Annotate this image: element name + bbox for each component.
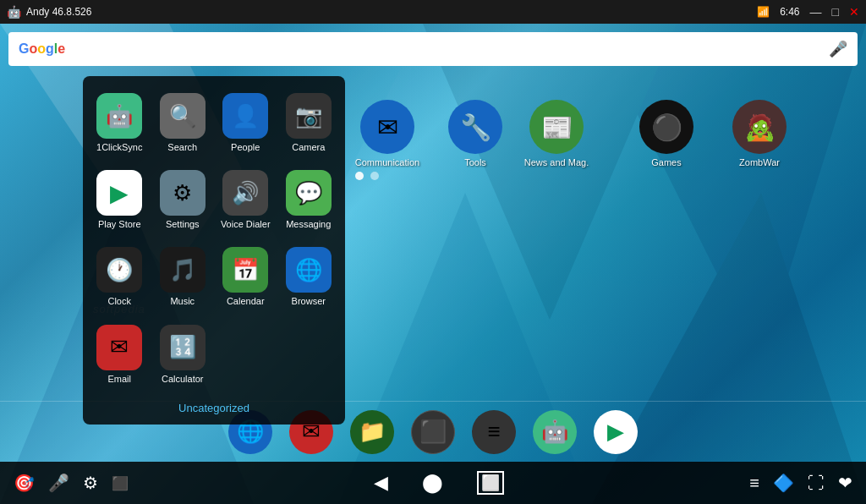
nav-left-controls: 🎯 🎤 ⚙ ⬛ bbox=[14, 473, 129, 493]
page-dot-1[interactable] bbox=[355, 172, 364, 180]
desktop-icon-zombwar[interactable]: 🧟 ZombWar bbox=[726, 100, 793, 167]
app-playstore[interactable]: ▶ Play Store bbox=[90, 163, 150, 237]
app-email[interactable]: ✉ Email bbox=[90, 318, 150, 392]
svg-marker-6 bbox=[423, 24, 677, 320]
zombwar-label: ZombWar bbox=[739, 157, 780, 167]
nav-recents-button[interactable]: ⬜ bbox=[477, 471, 504, 495]
newsstand-label: News and Mag. bbox=[524, 157, 589, 167]
app-drawer-folder: 🤖 1ClickSync 🔍 Search 👤 People 📷 Camera … bbox=[83, 76, 345, 425]
nav-menu-icon[interactable]: ≡ bbox=[749, 474, 759, 493]
page-indicator bbox=[355, 172, 379, 180]
dock-filemanager[interactable]: 📁 bbox=[350, 410, 394, 454]
email-icon: ✉ bbox=[96, 325, 142, 370]
1clicksync-icon: 🤖 bbox=[96, 93, 142, 139]
android-emulator: Google 🎤 softpedia 🤖 1ClickSync 🔍 Search… bbox=[0, 24, 866, 504]
clock-icon: 🕐 bbox=[96, 247, 142, 293]
app-music[interactable]: 🎵 Music bbox=[153, 240, 213, 314]
app-title: Andy 46.8.526 bbox=[26, 6, 91, 18]
android-nav-bar: 🎯 🎤 ⚙ ⬛ ◀ ⬤ ⬜ ≡ 🔷 ⛶ ❤ bbox=[0, 462, 866, 504]
titlebar-controls: 📶 6:46 — □ ✕ bbox=[757, 5, 859, 19]
app-label-search: Search bbox=[167, 142, 197, 153]
app-messaging[interactable]: 💬 Messaging bbox=[279, 163, 339, 237]
voicedialer-icon: 🔊 bbox=[222, 170, 268, 216]
communication-icon: ✉ bbox=[360, 100, 414, 154]
browser-icon: 🌐 bbox=[286, 247, 332, 293]
camera-icon: 📷 bbox=[286, 93, 332, 139]
music-icon: 🎵 bbox=[160, 247, 206, 293]
app-label-clock: Clock bbox=[107, 296, 131, 307]
titlebar-left: 🤖 Andy 46.8.526 bbox=[7, 5, 91, 19]
close-button[interactable]: ✕ bbox=[849, 5, 859, 19]
nav-settings-icon[interactable]: ⚙ bbox=[83, 473, 98, 493]
people-icon: 👤 bbox=[222, 93, 268, 139]
dock-android[interactable]: 🤖 bbox=[533, 410, 577, 454]
nav-heart-icon[interactable]: ❤ bbox=[838, 473, 852, 493]
google-search-bar[interactable]: Google 🎤 bbox=[8, 32, 858, 66]
app-camera[interactable]: 📷 Camera bbox=[279, 86, 339, 160]
app-settings[interactable]: ⚙ Settings bbox=[153, 163, 213, 237]
app-people[interactable]: 👤 People bbox=[216, 86, 276, 160]
communication-label: Communication bbox=[355, 157, 419, 167]
tools-label: Tools bbox=[464, 157, 486, 167]
titlebar: 🤖 Andy 46.8.526 📶 6:46 — □ ✕ bbox=[0, 0, 866, 24]
page-dot-2[interactable] bbox=[370, 172, 379, 180]
app-label-messaging: Messaging bbox=[286, 219, 331, 230]
calculator-icon: 🔢 bbox=[160, 325, 206, 370]
desktop-icon-communication[interactable]: ✉ Communication bbox=[354, 100, 421, 167]
nav-home-button[interactable]: ⬤ bbox=[422, 472, 443, 494]
svg-marker-1 bbox=[592, 24, 866, 362]
app-voicedialer[interactable]: 🔊 Voice Dialer bbox=[216, 163, 276, 237]
app-label-camera: Camera bbox=[292, 142, 325, 153]
clock-display: 6:46 bbox=[780, 6, 799, 18]
app-label-voicedialer: Voice Dialer bbox=[221, 219, 271, 230]
desktop-icon-tools[interactable]: 🔧 Tools bbox=[441, 100, 509, 167]
dock-playstore[interactable]: ▶ bbox=[594, 410, 638, 454]
app-label-playstore: Play Store bbox=[98, 219, 141, 230]
google-logo: Google bbox=[19, 41, 65, 57]
app-grid: 🤖 1ClickSync 🔍 Search 👤 People 📷 Camera … bbox=[90, 86, 338, 392]
app-label-people: People bbox=[231, 142, 260, 153]
newsstand-icon: 📰 bbox=[529, 100, 584, 154]
app-label-settings: Settings bbox=[166, 219, 200, 230]
uncategorized-label: Uncategorized bbox=[178, 402, 249, 414]
app-label-browser: Browser bbox=[292, 296, 326, 307]
app-1clicksync[interactable]: 🤖 1ClickSync bbox=[90, 86, 150, 160]
app-label-calculator: Calculator bbox=[162, 374, 204, 385]
tools-icon: 🔧 bbox=[448, 100, 502, 154]
app-search[interactable]: 🔍 Search bbox=[153, 86, 213, 160]
maximize-button[interactable]: □ bbox=[832, 5, 839, 19]
playstore-icon: ▶ bbox=[96, 170, 142, 216]
nav-grid-icon[interactable]: ⬛ bbox=[112, 475, 129, 491]
app-label-email: Email bbox=[107, 374, 131, 385]
zombwar-icon: 🧟 bbox=[732, 100, 787, 154]
app-clock[interactable]: 🕐 Clock bbox=[90, 240, 150, 314]
nav-fullscreen-icon[interactable]: ⛶ bbox=[808, 474, 825, 493]
app-label-1clicksync: 1ClickSync bbox=[96, 142, 142, 153]
wifi-icon: 📶 bbox=[757, 6, 770, 18]
app-calculator[interactable]: 🔢 Calculator bbox=[153, 318, 213, 392]
games-icon: ⚫ bbox=[639, 100, 693, 154]
nav-right-controls: ≡ 🔷 ⛶ ❤ bbox=[749, 473, 852, 493]
app-calendar[interactable]: 📅 Calendar bbox=[216, 240, 276, 314]
desktop-icon-newsstand[interactable]: 📰 News and Mag. bbox=[523, 100, 590, 167]
nav-circle-icon[interactable]: 🎯 bbox=[14, 473, 35, 493]
dock-appdrawer[interactable]: ⬛ bbox=[411, 410, 455, 454]
search-app-icon: 🔍 bbox=[160, 93, 206, 139]
nav-center-controls: ◀ ⬤ ⬜ bbox=[374, 471, 504, 495]
messaging-icon: 💬 bbox=[286, 170, 332, 216]
nav-mic-icon[interactable]: 🎤 bbox=[48, 473, 69, 493]
voice-search-icon[interactable]: 🎤 bbox=[829, 40, 847, 58]
app-label-music: Music bbox=[170, 296, 195, 307]
desktop-icon-games[interactable]: ⚫ Games bbox=[633, 100, 700, 167]
drawer-footer-label[interactable]: Uncategorized bbox=[90, 398, 338, 418]
app-label-calendar: Calendar bbox=[227, 296, 265, 307]
settings-icon: ⚙ bbox=[160, 170, 206, 216]
calendar-icon: 📅 bbox=[222, 247, 268, 293]
dock-settings-panel[interactable]: ≡ bbox=[472, 410, 516, 454]
minimize-button[interactable]: — bbox=[810, 5, 822, 19]
nav-bookmark-icon[interactable]: 🔷 bbox=[773, 473, 794, 493]
nav-back-button[interactable]: ◀ bbox=[374, 472, 388, 494]
games-label: Games bbox=[651, 157, 681, 167]
app-browser[interactable]: 🌐 Browser bbox=[279, 240, 339, 314]
